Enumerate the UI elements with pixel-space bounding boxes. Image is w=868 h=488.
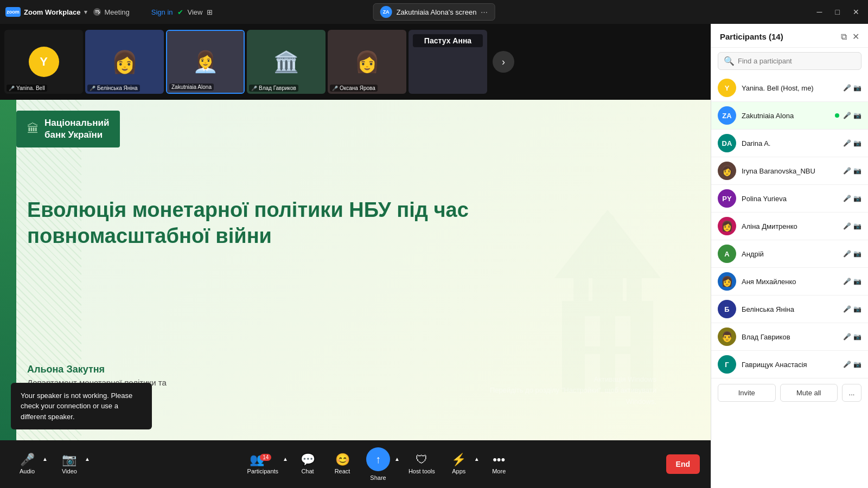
zoom-logo: zoom Zoom Workplace ▾ bbox=[5, 7, 87, 17]
panel-close-icon[interactable]: ✕ bbox=[852, 31, 859, 42]
thumb-label-belinska: 🎤 Белінська Яніна bbox=[87, 85, 140, 92]
video-icon-darina: 📷 bbox=[853, 139, 861, 147]
chat-button[interactable]: 💬 Chat bbox=[291, 451, 324, 478]
host-tools-button[interactable]: 🛡 Host tools bbox=[403, 451, 441, 478]
participant-icons-andrii: 🎤 📷 bbox=[843, 250, 861, 258]
participant-item-alina[interactable]: 👩 Аліна Дмитренко 🎤 📷 bbox=[711, 213, 868, 240]
workplace-label: Zoom Workplace bbox=[24, 8, 81, 16]
participant-avatar-polina: PY bbox=[718, 189, 736, 208]
participant-icons-anastasia: 🎤 📷 bbox=[843, 361, 861, 368]
mute-icon-anastasia: 🎤 bbox=[843, 361, 851, 368]
video-icon-yanina: 📷 bbox=[853, 84, 861, 92]
more-icon: ••• bbox=[493, 454, 505, 466]
video-chevron[interactable]: ▲ bbox=[84, 454, 91, 464]
pastukh-name-box: Пастух Анна bbox=[413, 34, 483, 47]
close-button[interactable]: ✕ bbox=[850, 7, 863, 17]
svg-rect-8 bbox=[585, 354, 600, 392]
participant-name-polina: Polina Yurieva bbox=[742, 195, 838, 203]
svg-point-10 bbox=[600, 214, 615, 229]
panel-more-button[interactable]: ... bbox=[842, 384, 861, 402]
host-tools-icon: 🛡 bbox=[416, 454, 427, 466]
search-icon: 🔍 bbox=[724, 56, 735, 66]
sign-in-area: Sign in ✔ View ⊞ bbox=[151, 8, 213, 16]
more-button[interactable]: ••• More bbox=[483, 451, 515, 478]
screen-share-more[interactable]: ⋯ bbox=[481, 8, 488, 16]
participant-avatar-andrii: А bbox=[718, 245, 736, 263]
invite-button[interactable]: Invite bbox=[718, 384, 776, 402]
video-thumb-yanina: Y 🎤 Yanina. Bell bbox=[4, 30, 83, 94]
video-icon-andrii: 📷 bbox=[853, 250, 861, 258]
participant-name-zakutniaia: Zakutniaia Alona bbox=[742, 112, 829, 120]
participant-item-anastasia[interactable]: Г Гаврищук Анастасія 🎤 📷 bbox=[711, 351, 868, 378]
participant-item-zakutniaia[interactable]: ZA Zakutniaia Alona 🎤 📷 bbox=[711, 102, 868, 130]
participant-item-andrii[interactable]: А Андрій 🎤 📷 bbox=[711, 240, 868, 268]
svg-rect-6 bbox=[585, 316, 600, 346]
panel-title: Participants (14) bbox=[720, 32, 783, 41]
end-button[interactable]: End bbox=[666, 454, 700, 474]
toolbar-left: 🎤 Audio ▲ 📷 Video ▲ bbox=[11, 451, 91, 478]
participants-chevron[interactable]: ▲ bbox=[282, 454, 289, 464]
participant-item-polina[interactable]: PY Polina Yurieva 🎤 📷 bbox=[711, 185, 868, 213]
active-indicator-zakutniaia bbox=[835, 113, 839, 118]
audio-group: 🎤 Audio ▲ bbox=[11, 451, 49, 478]
video-button[interactable]: 📷 Video bbox=[53, 451, 86, 478]
share-button[interactable]: ↑ Share bbox=[361, 444, 395, 484]
main-content: Y 🎤 Yanina. Bell 👩 🎤 Белінська Яніна 👩‍💼 bbox=[0, 24, 711, 440]
mic-icon-zakutniaia: 🎤 bbox=[843, 112, 851, 119]
participant-item-yanina[interactable]: Y Yanina. Bell (Host, me) 🎤 📷 bbox=[711, 74, 868, 102]
mute-icon-vlad-p: 🎤 bbox=[843, 333, 851, 341]
maximize-button[interactable]: □ bbox=[832, 7, 843, 17]
nbu-icon: 🏛 bbox=[27, 122, 39, 136]
participant-item-belinska[interactable]: Б Белінська Яніна 🎤 📷 bbox=[711, 296, 868, 323]
apps-button[interactable]: ⚡ Apps bbox=[443, 451, 475, 478]
apps-group: ⚡ Apps ▲ bbox=[443, 451, 481, 478]
toolbar-center: 👥14 Participants ▲ 💬 Chat 😊 React ↑ Shar… bbox=[91, 444, 666, 484]
audio-icon: 🎤 bbox=[20, 454, 35, 466]
audio-button[interactable]: 🎤 Audio bbox=[11, 451, 43, 478]
slide-author: Альона Закутня bbox=[27, 364, 105, 375]
mute-icon-anya: 🎤 bbox=[843, 278, 851, 285]
thumb-label-yanina: 🎤 Yanina. Bell bbox=[7, 85, 47, 92]
audio-chevron[interactable]: ▲ bbox=[41, 454, 49, 464]
apps-chevron[interactable]: ▲ bbox=[473, 454, 481, 464]
presentation-area: 🏛 Національний банк України bbox=[0, 100, 711, 440]
dropdown-arrow[interactable]: ▾ bbox=[84, 9, 87, 16]
participant-name-vlad-p: Влад Гавриков bbox=[742, 333, 838, 341]
participant-item-anya[interactable]: 👩 Аня Михайленко 🎤 📷 bbox=[711, 268, 868, 296]
search-input[interactable] bbox=[738, 57, 856, 65]
view-label[interactable]: View bbox=[188, 8, 203, 16]
participant-icons-alina: 🎤 📷 bbox=[843, 222, 861, 230]
meeting-label: Meeting bbox=[105, 8, 130, 16]
participant-avatar-iryna: 👩 bbox=[718, 162, 736, 180]
view-icon: ⊞ bbox=[207, 8, 213, 16]
participants-button[interactable]: 👥14 Participants bbox=[242, 451, 284, 478]
meeting-badge: Meeting bbox=[93, 8, 130, 16]
nbu-text: Національний банк України bbox=[44, 117, 109, 141]
video-thumb-vlad: 🏛️ 🎤 Влад Гавриков bbox=[247, 30, 326, 94]
share-chevron[interactable]: ▲ bbox=[393, 454, 401, 464]
participant-avatar-darina: DA bbox=[718, 134, 736, 152]
video-icon-polina: 📷 bbox=[853, 195, 861, 202]
popout-icon[interactable]: ⧉ bbox=[841, 32, 847, 42]
video-thumb-oksana: 👩 🎤 Оксана Ярова bbox=[328, 30, 406, 94]
next-participants-button[interactable]: › bbox=[493, 51, 514, 73]
video-thumb-belinska: 👩 🎤 Белінська Яніна bbox=[85, 30, 164, 94]
participant-search-box[interactable]: 🔍 bbox=[718, 52, 861, 70]
participant-item-darina[interactable]: DA Darina A. 🎤 📷 bbox=[711, 130, 868, 157]
participant-item-iryna[interactable]: 👩 Iryna Baranovska_NBU 🎤 📷 bbox=[711, 157, 868, 185]
panel-header: Participants (14) ⧉ ✕ bbox=[711, 24, 868, 48]
mute-all-button[interactable]: Mute all bbox=[780, 384, 838, 402]
react-button[interactable]: 😊 React bbox=[326, 451, 359, 478]
window-controls: ─ □ ✕ bbox=[814, 7, 863, 17]
za-avatar: ZA bbox=[380, 6, 392, 18]
participant-item-vlad-p[interactable]: 👨 Влад Гавриков 🎤 📷 bbox=[711, 323, 868, 351]
sign-in-label[interactable]: Sign in bbox=[151, 8, 173, 16]
video-icon-belinska: 📷 bbox=[853, 305, 861, 313]
svg-rect-4 bbox=[627, 278, 642, 301]
participant-icons-iryna: 🎤 📷 bbox=[843, 167, 861, 175]
react-icon: 😊 bbox=[335, 454, 350, 466]
video-icon-anya: 📷 bbox=[853, 278, 861, 285]
participants-count-badge: 14 bbox=[260, 454, 271, 461]
participant-avatar-belinska: Б bbox=[718, 300, 736, 318]
minimize-button[interactable]: ─ bbox=[814, 7, 826, 17]
